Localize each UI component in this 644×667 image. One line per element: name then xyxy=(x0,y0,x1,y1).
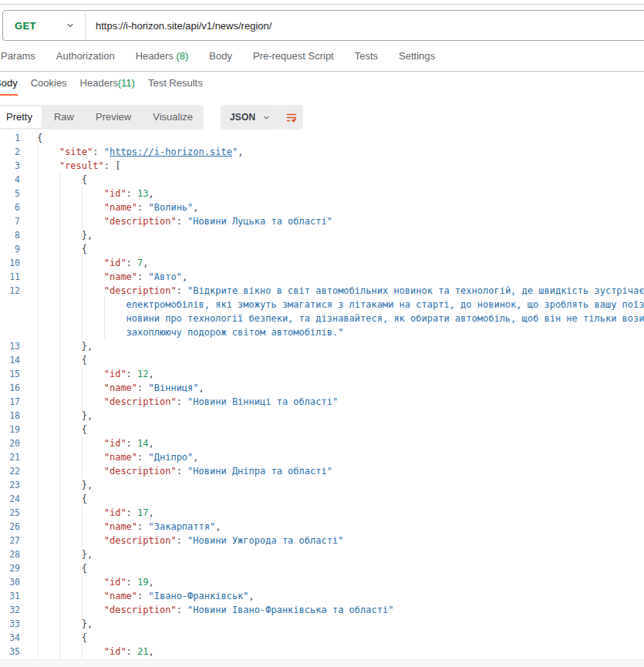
json-token: , xyxy=(238,147,243,157)
line-number: 22 xyxy=(0,464,20,478)
code-line: 22 "description": "Новини Дніпра та обла… xyxy=(0,464,644,478)
code-text: }, xyxy=(37,547,93,561)
json-token: : xyxy=(137,271,148,282)
json-token: }, xyxy=(37,618,93,629)
json-token: , xyxy=(149,188,154,199)
view-raw[interactable]: Raw xyxy=(43,105,85,130)
json-token: }, xyxy=(37,549,93,560)
line-number: 10 xyxy=(0,256,20,270)
code-line: 29 { xyxy=(0,561,644,575)
tab-pre-request-script[interactable]: Pre-request Script xyxy=(253,50,334,62)
code-line: 21 "name": "Дніпро", xyxy=(0,450,644,464)
code-line: 25 "id": 17, xyxy=(0,506,644,520)
code-text: { xyxy=(37,423,87,436)
json-token xyxy=(37,466,104,477)
tab-params[interactable]: Params xyxy=(1,50,35,62)
line-number: 25 xyxy=(0,506,20,520)
code-line: 10 "id": 7, xyxy=(0,256,644,270)
json-token: "Новини Дніпра та області" xyxy=(187,466,332,477)
json-token: , xyxy=(149,577,154,588)
code-line: 13 }, xyxy=(0,339,644,353)
response-tab-headers[interactable]: Headers (11) xyxy=(80,72,135,96)
json-token: "id" xyxy=(104,646,126,657)
request-bar: GET xyxy=(2,10,644,41)
json-token: 13 xyxy=(137,188,148,199)
code-text: { xyxy=(37,353,87,367)
json-token: електромобілів, які зможуть змагатися з … xyxy=(126,299,644,310)
tab-settings[interactable]: Settings xyxy=(399,50,435,62)
json-token: : xyxy=(177,285,187,296)
json-token xyxy=(37,605,104,615)
horizontal-scrollbar[interactable] xyxy=(0,659,644,667)
json-token xyxy=(37,188,104,199)
response-tab-cookies[interactable]: Cookies xyxy=(31,72,67,96)
code-line: 16 "name": "Вінниця", xyxy=(0,381,644,395)
json-token xyxy=(37,396,104,407)
line-number: 24 xyxy=(0,492,20,506)
code-text: }, xyxy=(37,478,93,492)
json-link[interactable]: https://i-horizon.site xyxy=(110,147,232,157)
code-text: "description": "Новини Івано-Франківська… xyxy=(37,603,393,617)
json-token xyxy=(37,452,104,463)
wrap-button[interactable] xyxy=(280,105,303,130)
code-line: 7 "description": "Новини Луцька та облас… xyxy=(0,214,644,228)
line-number: 6 xyxy=(0,200,20,214)
json-token xyxy=(37,147,59,157)
json-token: "Новини Вінниці та області" xyxy=(187,396,338,407)
format-select[interactable]: JSON xyxy=(221,105,280,130)
code-line: 26 "name": "Закарпаття", xyxy=(0,520,644,534)
method-select[interactable]: GET xyxy=(3,11,86,40)
code-line: 24 { xyxy=(0,492,644,506)
response-tab-test-results[interactable]: Test Results xyxy=(148,72,203,96)
json-token: 14 xyxy=(137,438,148,449)
json-token: , xyxy=(215,521,221,532)
response-tab-body[interactable]: Body xyxy=(0,72,18,96)
line-number: 3 xyxy=(0,159,20,173)
code-text: "id": 13, xyxy=(37,187,154,200)
json-token: "id" xyxy=(104,507,126,518)
view-pretty[interactable]: Pretty xyxy=(0,106,42,128)
view-preview[interactable]: Preview xyxy=(85,105,142,130)
code-line: 20 "id": 14, xyxy=(0,436,644,450)
json-token: : xyxy=(177,605,187,615)
tab-headers[interactable]: Headers (8) xyxy=(136,50,189,62)
code-text: "name": "Дніпро", xyxy=(37,450,199,464)
code-line: 3 "result": [ xyxy=(0,159,644,173)
line-number: 32 xyxy=(0,603,20,617)
code-line: 31 "name": "Івано-Франківськ", xyxy=(0,589,644,603)
json-token: "Дніпро" xyxy=(149,452,194,463)
json-token: : xyxy=(126,646,137,657)
chevron-down-icon xyxy=(66,21,75,30)
json-token: "id" xyxy=(104,438,126,449)
tab-body[interactable]: Body xyxy=(209,50,232,62)
json-token xyxy=(37,382,104,393)
url-input[interactable] xyxy=(86,11,644,40)
tab-tests[interactable]: Tests xyxy=(355,50,378,62)
json-token: "Волинь" xyxy=(149,202,194,213)
line-number: 11 xyxy=(0,270,20,284)
json-token: { xyxy=(37,563,87,574)
code-line: 33 }, xyxy=(0,617,644,631)
tab-authorization[interactable]: Authorization xyxy=(56,50,115,62)
json-token: { xyxy=(37,424,87,435)
code-line: 27 "description": "Новини Ужгорода та об… xyxy=(0,534,644,547)
json-token xyxy=(37,313,126,324)
json-token: { xyxy=(37,133,42,143)
code-line: 2 "site": "https://i-horizon.site", xyxy=(0,145,644,159)
view-visualize[interactable]: Visualize xyxy=(142,105,204,130)
code-line: захоплюючу подорож світом автомобілів." xyxy=(0,325,644,339)
json-token: "Новини Луцька та області" xyxy=(187,216,332,227)
code-line: 9 { xyxy=(0,242,644,256)
code-text: }, xyxy=(37,228,93,242)
json-token: "name" xyxy=(104,271,137,282)
json-token: "Новини Ужгорода та області" xyxy=(187,535,343,546)
code-text: { xyxy=(37,631,87,645)
json-token: "name" xyxy=(104,591,137,601)
code-text: електромобілів, які зможуть змагатися з … xyxy=(37,298,644,312)
code-line: 6 "name": "Волинь", xyxy=(0,200,644,214)
line-number: 14 xyxy=(0,353,20,367)
response-view-bar: PrettyRawPreviewVisualize JSON xyxy=(0,105,644,130)
json-token: }, xyxy=(37,410,93,421)
code-text: "name": "Волинь", xyxy=(37,200,199,214)
json-token xyxy=(37,271,104,282)
